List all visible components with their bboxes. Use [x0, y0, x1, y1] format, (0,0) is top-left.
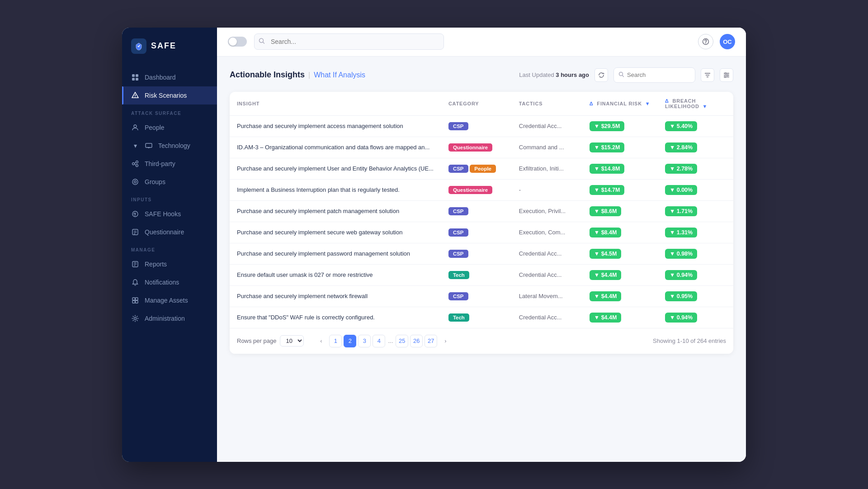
- pagination: Rows per page 10 25 50 ‹ 1 2 3 4 ...: [230, 328, 733, 354]
- tactics-cell: Command and ...: [512, 137, 582, 158]
- sidebar-item-label: SAFE Hooks: [145, 210, 181, 218]
- breach-likelihood-cell: ▼ 0.98%: [658, 243, 733, 264]
- tactics-cell: Execution, Privil...: [512, 200, 582, 222]
- sidebar: SAFE Dashboard: [122, 28, 217, 462]
- showing-info: Showing 1-10 of 264 entries: [653, 337, 726, 344]
- sidebar-item-reports[interactable]: Reports: [122, 255, 217, 273]
- svg-rect-7: [146, 143, 152, 147]
- category-cell: CSP: [441, 222, 512, 243]
- help-button[interactable]: [698, 34, 713, 49]
- breach-likelihood-cell: ▼ 1.71%: [658, 200, 733, 222]
- insight-cell: Purchase and securely implement secure w…: [230, 222, 441, 243]
- sidebar-item-label: Questionnaire: [145, 228, 184, 236]
- logo-text: SAFE: [151, 41, 176, 51]
- svg-line-33: [263, 42, 264, 43]
- settings-button[interactable]: [720, 68, 733, 82]
- category-badge: Questionnaire: [448, 143, 492, 152]
- page-header-right: Last Updated 3 hours ago: [519, 67, 733, 83]
- tab-what-if-analysis[interactable]: What If Analysis: [314, 71, 365, 79]
- col-tactics: TACTICS: [512, 92, 582, 116]
- breach-likelihood-value: ▼ 0.94%: [665, 270, 697, 280]
- sidebar-item-label: Risk Scenarios: [145, 92, 187, 99]
- logo[interactable]: SAFE: [122, 28, 217, 65]
- breach-likelihood-value: ▼ 0.00%: [665, 185, 697, 195]
- sidebar-item-label: Notifications: [145, 279, 179, 286]
- sidebar-item-technology[interactable]: ▾ Technology: [122, 137, 217, 155]
- topbar-search-input[interactable]: [254, 33, 444, 50]
- main-area: OC Actionable Insights | What If Analysi…: [217, 28, 746, 462]
- svg-point-15: [132, 179, 138, 185]
- rows-per-page: Rows per page 10 25 50: [237, 335, 304, 347]
- sidebar-item-label: Third-party: [145, 160, 175, 167]
- section-attack-surface: ATTACK SURFACE: [122, 104, 217, 119]
- col-breach-likelihood[interactable]: Δ BREACH LIKELIHOOD ▼: [658, 92, 733, 116]
- financial-risk-cell: ▼ $4.4M: [582, 285, 658, 307]
- sidebar-navigation: Dashboard Risk Scenarios ATTACK SURFACE: [122, 65, 217, 453]
- sidebar-item-third-party[interactable]: Third-party: [122, 155, 217, 173]
- financial-risk-cell: ▼ $15.2M: [582, 137, 658, 158]
- sidebar-item-administration[interactable]: Administration: [122, 309, 217, 328]
- table-row: Purchase and securely implement password…: [230, 243, 733, 264]
- col-category: CATEGORY: [441, 92, 512, 116]
- filter-button[interactable]: [701, 68, 714, 82]
- category-cell: CSP: [441, 115, 512, 137]
- tab-separator: |: [308, 71, 310, 79]
- financial-risk-value: ▼ $8.4M: [590, 228, 622, 237]
- user-avatar[interactable]: OC: [720, 34, 735, 49]
- mode-toggle[interactable]: [228, 37, 247, 47]
- svg-line-14: [134, 164, 136, 165]
- tab-actionable-insights[interactable]: Actionable Insights: [230, 70, 305, 80]
- financial-risk-value: ▼ $4.4M: [590, 313, 622, 323]
- page-26[interactable]: 26: [410, 335, 423, 347]
- insight-cell: Purchase and securely implement access m…: [230, 115, 441, 137]
- prev-page-button[interactable]: ‹: [315, 335, 327, 347]
- sidebar-item-risk-scenarios[interactable]: Risk Scenarios: [122, 86, 217, 104]
- financial-risk-value: ▼ $15.2M: [590, 142, 625, 152]
- table-row: Purchase and securely implement User and…: [230, 158, 733, 179]
- table-search[interactable]: [613, 67, 695, 83]
- technology-expand-icon: ▾: [131, 142, 139, 150]
- financial-risk-value: ▼ $4.4M: [590, 291, 622, 301]
- tactics-cell: Lateral Movem...: [512, 285, 582, 307]
- sidebar-item-label: Technology: [158, 142, 190, 149]
- page-1[interactable]: 1: [329, 335, 342, 347]
- rows-per-page-select[interactable]: 10 25 50: [280, 335, 304, 347]
- last-updated: Last Updated 3 hours ago: [519, 71, 589, 78]
- page-27[interactable]: 27: [425, 335, 437, 347]
- sidebar-item-questionnaire[interactable]: Questionnaire: [122, 223, 217, 241]
- refresh-button[interactable]: [594, 68, 608, 82]
- tactics-cell: -: [512, 179, 582, 200]
- page-25[interactable]: 25: [396, 335, 408, 347]
- topbar-search[interactable]: [254, 33, 444, 50]
- insight-cell: Ensure that "DDoS" WAF rule is correctly…: [230, 307, 441, 328]
- sidebar-item-notifications[interactable]: Notifications: [122, 273, 217, 291]
- page-3[interactable]: 3: [358, 335, 371, 347]
- financial-risk-value: ▼ $14.7M: [590, 185, 625, 195]
- sidebar-item-label: Reports: [145, 261, 167, 268]
- sidebar-item-dashboard[interactable]: Dashboard: [122, 68, 217, 86]
- sidebar-item-label: Dashboard: [145, 74, 176, 81]
- category-cell: CSP People: [441, 158, 512, 179]
- sidebar-item-people[interactable]: People: [122, 119, 217, 137]
- svg-point-10: [132, 162, 135, 165]
- table-search-input[interactable]: [627, 71, 690, 78]
- category-badge: CSP: [448, 122, 468, 130]
- svg-rect-27: [132, 298, 135, 300]
- svg-point-46: [725, 76, 726, 77]
- sidebar-item-safe-hooks[interactable]: SAFE Hooks: [122, 205, 217, 223]
- page-2[interactable]: 2: [344, 335, 356, 347]
- page-4[interactable]: 4: [373, 335, 385, 347]
- col-financial-risk[interactable]: Δ FINANCIAL RISK ▼: [582, 92, 658, 116]
- svg-rect-3: [136, 78, 138, 81]
- sidebar-item-groups[interactable]: Groups: [122, 173, 217, 191]
- section-manage: MANAGE: [122, 241, 217, 255]
- breach-likelihood-cell: ▼ 2.84%: [658, 137, 733, 158]
- financial-risk-cell: ▼ $4.5M: [582, 243, 658, 264]
- sidebar-item-manage-assets[interactable]: Manage Assets: [122, 291, 217, 309]
- breach-likelihood-value: ▼ 0.95%: [665, 291, 697, 301]
- groups-icon: [131, 178, 139, 186]
- svg-line-13: [134, 162, 136, 163]
- breach-likelihood-cell: ▼ 2.78%: [658, 158, 733, 179]
- financial-risk-cell: ▼ $8.4M: [582, 222, 658, 243]
- next-page-button[interactable]: ›: [439, 335, 452, 347]
